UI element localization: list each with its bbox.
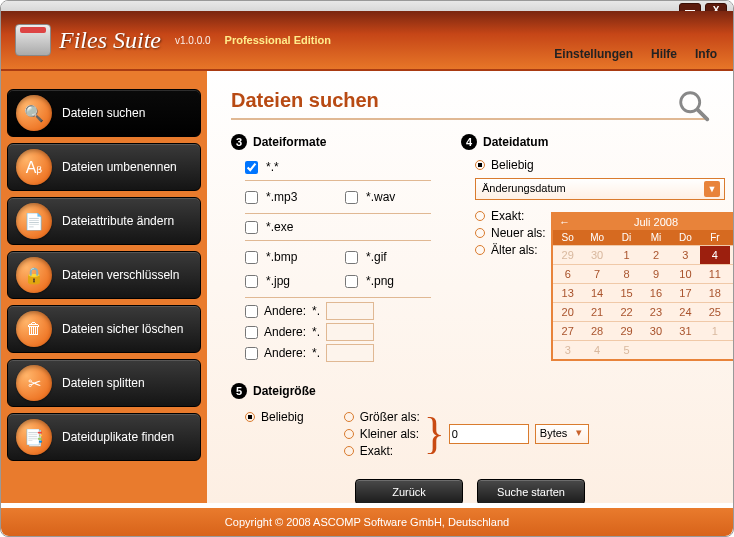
radio-date-exact[interactable] xyxy=(475,211,485,221)
cal-cell[interactable]: 27 xyxy=(553,321,582,340)
nav-change-attributes[interactable]: 📄 Dateiattribute ändern xyxy=(7,197,201,245)
cal-cell[interactable]: 12 xyxy=(730,264,733,283)
chk-other3[interactable] xyxy=(245,347,258,360)
cal-cell[interactable]: 29 xyxy=(612,321,641,340)
unit-select[interactable]: Bytes xyxy=(535,424,589,444)
size-value-input[interactable] xyxy=(449,424,529,444)
cal-cell[interactable]: 20 xyxy=(553,302,582,321)
chk-gif[interactable] xyxy=(345,251,358,264)
lbl-other1: Andere: xyxy=(264,304,306,318)
cal-day-headers: SoMoDiMiDoFrSa xyxy=(553,230,733,245)
chk-jpg[interactable] xyxy=(245,275,258,288)
cal-cell[interactable]: 25 xyxy=(700,302,729,321)
chk-other1[interactable] xyxy=(245,305,258,318)
cal-body[interactable]: 2930123456789101112131415161718192021222… xyxy=(553,245,733,359)
chk-wav[interactable] xyxy=(345,191,358,204)
step-5-badge: 5 xyxy=(231,383,247,399)
radio-date-older[interactable] xyxy=(475,245,485,255)
lbl-date-newer: Neuer als: xyxy=(491,226,546,240)
cal-cell[interactable]: 4 xyxy=(582,340,611,359)
select-value: Änderungsdatum xyxy=(482,182,566,194)
cal-cell[interactable]: 1 xyxy=(612,245,641,264)
cal-cell[interactable]: 5 xyxy=(730,245,733,264)
app-logo-icon xyxy=(15,24,51,56)
cal-cell[interactable]: 16 xyxy=(641,283,670,302)
link-settings[interactable]: Einstellungen xyxy=(554,47,633,61)
cal-cell[interactable]: 17 xyxy=(671,283,700,302)
cal-cell[interactable]: 9 xyxy=(641,264,670,283)
cal-cell[interactable]: 19 xyxy=(730,283,733,302)
svg-line-1 xyxy=(698,110,708,120)
calendar[interactable]: ←Juli 2008→ SoMoDiMiDoFrSa 2930123456789… xyxy=(551,212,733,361)
nav-split-files[interactable]: ✂ Dateien splitten xyxy=(7,359,201,407)
chk-bmp[interactable] xyxy=(245,251,258,264)
chk-exe[interactable] xyxy=(245,221,258,234)
brace-icon: } xyxy=(424,415,445,453)
step-3-badge: 3 xyxy=(231,134,247,150)
cal-cell[interactable]: 7 xyxy=(582,264,611,283)
chk-png[interactable] xyxy=(345,275,358,288)
cal-cell[interactable]: 30 xyxy=(641,321,670,340)
cal-cell[interactable]: 30 xyxy=(582,245,611,264)
cal-cell[interactable]: 18 xyxy=(700,283,729,302)
cal-cell[interactable]: 31 xyxy=(671,321,700,340)
chk-other2[interactable] xyxy=(245,326,258,339)
lbl-bmp: *.bmp xyxy=(266,250,297,264)
cal-cell[interactable]: 6 xyxy=(553,264,582,283)
link-info[interactable]: Info xyxy=(695,47,717,61)
cal-cell[interactable]: 4 xyxy=(700,245,729,264)
cal-cell[interactable]: 3 xyxy=(671,245,700,264)
cal-cell[interactable]: 29 xyxy=(553,245,582,264)
cal-cell[interactable]: 1 xyxy=(700,321,729,340)
cal-cell[interactable]: 2 xyxy=(641,245,670,264)
other-input-3[interactable] xyxy=(326,344,374,362)
cal-cell[interactable]: 8 xyxy=(612,264,641,283)
cal-cell[interactable]: 14 xyxy=(582,283,611,302)
cal-title: Juli 2008 xyxy=(634,216,678,228)
back-button[interactable]: Zurück xyxy=(355,479,463,503)
cal-cell[interactable]: 28 xyxy=(582,321,611,340)
cal-cell[interactable]: 13 xyxy=(553,283,582,302)
link-help[interactable]: Hilfe xyxy=(651,47,677,61)
step-5-label: Dateigröße xyxy=(253,384,316,398)
nav-search-files[interactable]: 🔍 Dateien suchen xyxy=(7,89,201,137)
cal-cell[interactable]: 26 xyxy=(730,302,733,321)
nav-label: Dateien verschlüsseln xyxy=(62,268,179,282)
cal-cell[interactable]: 10 xyxy=(671,264,700,283)
cal-dh-So: So xyxy=(553,230,582,245)
cal-cell[interactable]: 21 xyxy=(582,302,611,321)
cal-cell[interactable]: 11 xyxy=(700,264,729,283)
radio-date-any[interactable] xyxy=(475,160,485,170)
cal-cell[interactable] xyxy=(641,340,670,359)
cal-cell[interactable] xyxy=(671,340,700,359)
cal-cell[interactable]: 23 xyxy=(641,302,670,321)
cal-cell[interactable]: 24 xyxy=(671,302,700,321)
nav-rename-files[interactable]: Aᵦ Dateien umbenennen xyxy=(7,143,201,191)
lbl-date-older: Älter als: xyxy=(491,243,538,257)
chk-all[interactable] xyxy=(245,161,258,174)
start-search-button[interactable]: Suche starten xyxy=(477,479,585,503)
radio-size-larger[interactable] xyxy=(344,412,354,422)
cal-cell[interactable]: 3 xyxy=(553,340,582,359)
lbl-date-any: Beliebig xyxy=(491,158,534,172)
cal-prev[interactable]: ← xyxy=(559,216,570,228)
radio-size-exact[interactable] xyxy=(344,446,354,456)
cal-cell[interactable] xyxy=(700,340,729,359)
select-date-type[interactable]: Änderungsdatum xyxy=(475,178,725,200)
chk-mp3[interactable] xyxy=(245,191,258,204)
nav-find-duplicates[interactable]: 📑 Dateiduplikate finden xyxy=(7,413,201,461)
other-input-2[interactable] xyxy=(326,323,374,341)
radio-size-smaller[interactable] xyxy=(344,429,354,439)
other-input-1[interactable] xyxy=(326,302,374,320)
cal-cell[interactable]: 22 xyxy=(612,302,641,321)
cal-cell[interactable] xyxy=(730,340,733,359)
cal-cell[interactable]: 15 xyxy=(612,283,641,302)
radio-size-any[interactable] xyxy=(245,412,255,422)
lbl-wav: *.wav xyxy=(366,190,395,204)
cal-cell[interactable]: 2 xyxy=(730,321,733,340)
cal-cell[interactable]: 5 xyxy=(612,340,641,359)
radio-date-newer[interactable] xyxy=(475,228,485,238)
nav-encrypt-files[interactable]: 🔒 Dateien verschlüsseln xyxy=(7,251,201,299)
nav-secure-delete[interactable]: 🗑 Dateien sicher löschen xyxy=(7,305,201,353)
app-header: Files Suite v1.0.0.0 Professional Editio… xyxy=(1,11,733,71)
